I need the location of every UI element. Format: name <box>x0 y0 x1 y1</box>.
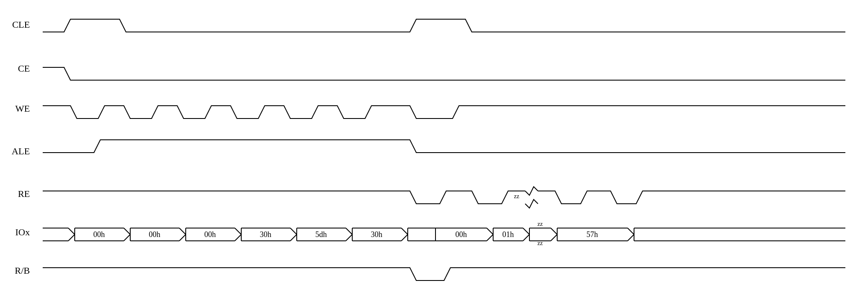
svg-text:00h: 00h <box>205 230 216 239</box>
svg-text:30h: 30h <box>260 230 272 239</box>
label-re: RE <box>18 188 30 199</box>
label-we: WE <box>15 103 30 114</box>
svg-text:zz: zz <box>538 240 543 246</box>
svg-text:00h: 00h <box>94 230 105 239</box>
svg-text:00h: 00h <box>149 230 161 239</box>
label-iox: IOx <box>15 227 30 237</box>
timing-diagram: CLE CE WE ALE RE IOx R/B <box>0 0 868 292</box>
svg-text:01h: 01h <box>503 230 514 239</box>
label-ce: CE <box>18 63 30 74</box>
svg-text:5dh: 5dh <box>316 230 327 239</box>
re-waveform-v2 <box>42 183 846 209</box>
svg-text:30h: 30h <box>371 230 383 239</box>
re-zz-label: zz <box>514 193 519 199</box>
label-ale: ALE <box>12 146 30 156</box>
label-rb: R/B <box>15 265 30 276</box>
svg-rect-0 <box>0 0 868 292</box>
svg-text:57h: 57h <box>587 230 598 239</box>
label-cle: CLE <box>12 19 30 30</box>
svg-text:zz: zz <box>538 221 543 227</box>
svg-text:00h: 00h <box>456 230 467 239</box>
